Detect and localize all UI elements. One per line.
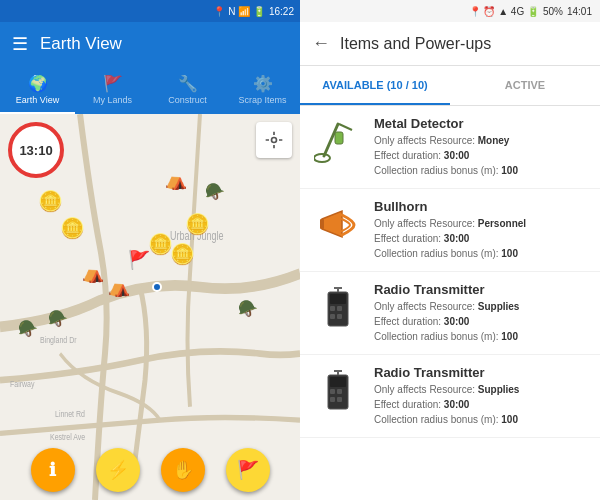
status-icons-left: 📍 N 📶 🔋 <box>213 6 265 17</box>
tab-active-label: ACTIVE <box>505 79 545 91</box>
item-row-bullhorn[interactable]: Bullhorn Only affects Resource: Personne… <box>300 189 600 272</box>
my-lands-icon: 🚩 <box>103 74 123 93</box>
tab-construct[interactable]: 🔧 Construct <box>150 66 225 114</box>
bullhorn-icon-wrap <box>312 199 364 251</box>
bullhorn-info: Bullhorn Only affects Resource: Personne… <box>374 199 588 261</box>
soldier-marker-2: 🪖 <box>238 299 258 318</box>
svg-rect-23 <box>337 389 342 394</box>
app-title-left: Earth View <box>40 34 288 54</box>
bullhorn-icon <box>314 201 362 249</box>
metal-detector-icon-wrap <box>312 116 364 168</box>
left-time: 16:22 <box>269 6 294 17</box>
player-location <box>152 282 162 292</box>
tab-scrap-items[interactable]: ⚙️ Scrap Items <box>225 66 300 114</box>
flag-button[interactable]: 🚩 <box>226 448 270 492</box>
coin-marker-3: 🪙 <box>170 242 195 266</box>
locate-button[interactable] <box>256 122 292 158</box>
timer-value: 13:10 <box>19 143 52 158</box>
lightning-button[interactable]: ⚡ <box>96 448 140 492</box>
tent-marker-1: ⛺ <box>165 169 187 191</box>
metal-detector-name: Metal Detector <box>374 116 588 131</box>
radio-transmitter-icon-1 <box>314 284 362 332</box>
svg-rect-16 <box>330 314 335 319</box>
svg-point-8 <box>314 154 330 162</box>
svg-text:Bingland Dr: Bingland Dr <box>40 335 77 345</box>
svg-line-10 <box>339 124 352 130</box>
items-list: Metal Detector Only affects Resource: Mo… <box>300 106 600 500</box>
svg-rect-15 <box>337 306 342 311</box>
item-row-radio-1[interactable]: Radio Transmitter Only affects Resource:… <box>300 272 600 355</box>
metal-detector-icon <box>314 118 362 166</box>
right-time: 14:01 <box>567 6 592 17</box>
tab-earth-view-label: Earth View <box>16 95 59 105</box>
tab-available-label: AVAILABLE (10 / 10) <box>322 79 427 91</box>
svg-rect-11 <box>320 219 324 229</box>
radio-transmitter-1-name: Radio Transmitter <box>374 282 588 297</box>
bullhorn-desc: Only affects Resource: Personnel Effect … <box>374 216 588 261</box>
back-button[interactable]: ← <box>312 33 330 54</box>
tab-construct-label: Construct <box>168 95 207 105</box>
tent-marker-3: ⛺ <box>108 276 130 298</box>
earth-view-icon: 🌍 <box>28 74 48 93</box>
info-icon: ℹ <box>49 459 56 481</box>
coin-marker-5: 🪙 <box>60 216 85 240</box>
svg-rect-24 <box>330 397 335 402</box>
tab-bar: 🌍 Earth View 🚩 My Lands 🔧 Construct ⚙️ S… <box>0 66 300 114</box>
right-battery: 50% <box>543 6 563 17</box>
radio-transmitter-1-info: Radio Transmitter Only affects Resource:… <box>374 282 588 344</box>
metal-detector-info: Metal Detector Only affects Resource: Mo… <box>374 116 588 178</box>
lightning-icon: ⚡ <box>107 459 129 481</box>
left-panel: 📍 N 📶 🔋 16:22 ☰ Earth View 🌍 Earth View … <box>0 0 300 500</box>
radio-transmitter-icon-2 <box>314 367 362 415</box>
hand-icon: ✋ <box>172 459 194 481</box>
svg-rect-17 <box>337 314 342 319</box>
svg-text:Linnet Rd: Linnet Rd <box>55 410 85 420</box>
right-status-icons: 📍 ⏰ ▲ 4G 🔋 <box>469 6 539 17</box>
svg-text:Fairway: Fairway <box>10 379 35 389</box>
flag-icon: 🚩 <box>237 459 259 481</box>
svg-rect-14 <box>330 306 335 311</box>
status-bar-left: 📍 N 📶 🔋 16:22 <box>0 0 300 22</box>
soldier-marker-4: 🪖 <box>48 309 68 328</box>
right-panel: 📍 ⏰ ▲ 4G 🔋 50% 14:01 ← Items and Power-u… <box>300 0 600 500</box>
svg-rect-13 <box>330 294 346 304</box>
tab-active[interactable]: ACTIVE <box>450 66 600 105</box>
svg-rect-22 <box>330 389 335 394</box>
metal-detector-desc: Only affects Resource: Money Effect dura… <box>374 133 588 178</box>
right-panel-title: Items and Power-ups <box>340 35 491 53</box>
radio-transmitter-2-icon-wrap <box>312 365 364 417</box>
bottom-actions: ℹ ⚡ ✋ 🚩 <box>0 440 300 500</box>
right-tabs: AVAILABLE (10 / 10) ACTIVE <box>300 66 600 106</box>
timer-badge: 13:10 <box>8 122 64 178</box>
svg-rect-25 <box>337 397 342 402</box>
tab-my-lands-label: My Lands <box>93 95 132 105</box>
radio-transmitter-1-icon-wrap <box>312 282 364 334</box>
radio-transmitter-2-desc: Only affects Resource: Supplies Effect d… <box>374 382 588 427</box>
coin-marker-4: 🪙 <box>185 212 210 236</box>
flag-marker-1: 🚩 <box>128 249 150 271</box>
bullhorn-name: Bullhorn <box>374 199 588 214</box>
soldier-marker-1: 🪖 <box>205 182 225 201</box>
svg-point-6 <box>272 138 277 143</box>
radio-transmitter-2-info: Radio Transmitter Only affects Resource:… <box>374 365 588 427</box>
locate-icon <box>264 130 284 150</box>
scrap-items-icon: ⚙️ <box>253 74 273 93</box>
tab-scrap-items-label: Scrap Items <box>238 95 286 105</box>
info-button[interactable]: ℹ <box>31 448 75 492</box>
radio-transmitter-2-name: Radio Transmitter <box>374 365 588 380</box>
tab-earth-view[interactable]: 🌍 Earth View <box>0 66 75 114</box>
right-app-bar: ← Items and Power-ups <box>300 22 600 66</box>
tab-available[interactable]: AVAILABLE (10 / 10) <box>300 66 450 105</box>
construct-icon: 🔧 <box>178 74 198 93</box>
app-bar-left: ☰ Earth View <box>0 22 300 66</box>
item-row-radio-2[interactable]: Radio Transmitter Only affects Resource:… <box>300 355 600 438</box>
item-row-metal-detector[interactable]: Metal Detector Only affects Resource: Mo… <box>300 106 600 189</box>
status-bar-right: 📍 ⏰ ▲ 4G 🔋 50% 14:01 <box>300 0 600 22</box>
menu-icon[interactable]: ☰ <box>12 33 28 55</box>
hand-button[interactable]: ✋ <box>161 448 205 492</box>
coin-marker-1: 🪙 <box>38 189 63 213</box>
svg-rect-21 <box>330 377 346 387</box>
tab-my-lands[interactable]: 🚩 My Lands <box>75 66 150 114</box>
tent-marker-2: ⛺ <box>82 262 104 284</box>
radio-transmitter-1-desc: Only affects Resource: Supplies Effect d… <box>374 299 588 344</box>
